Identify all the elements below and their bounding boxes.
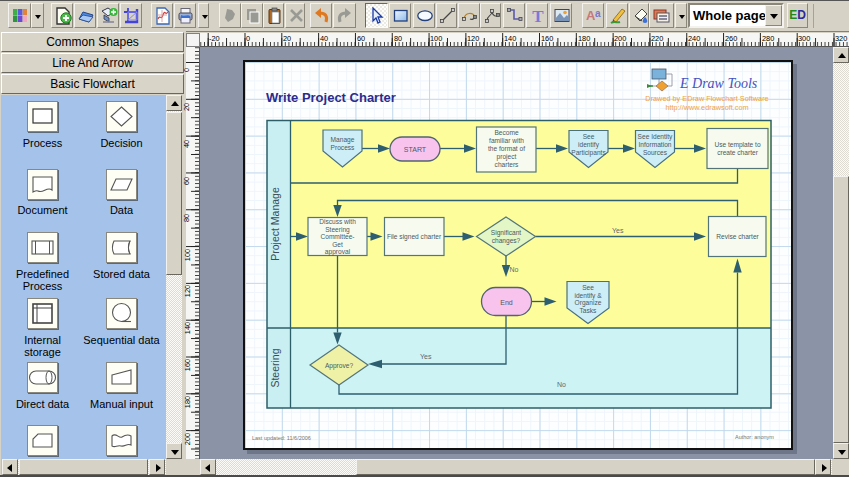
svg-text:T: T <box>532 7 544 25</box>
svg-text:a: a <box>595 8 601 19</box>
